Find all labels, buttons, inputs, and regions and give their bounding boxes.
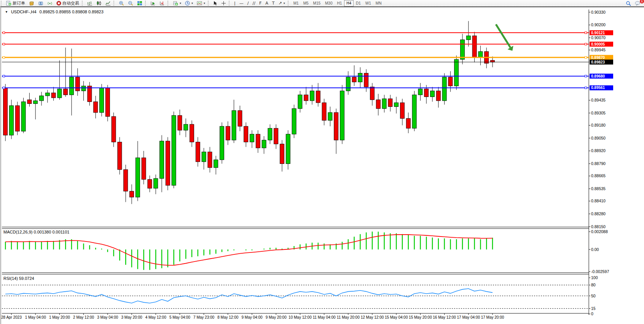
toolbar-grip[interactable]: [167, 1, 170, 6]
bear-candle: [448, 77, 453, 86]
svg-text:0.90121: 0.90121: [591, 31, 605, 35]
bar-chart-button[interactable]: [85, 0, 94, 6]
svg-text:0.88920: 0.88920: [591, 148, 606, 153]
symbol-dropdown-icon[interactable]: ▼: [5, 10, 8, 14]
vertical-line-tool-button[interactable]: |: [232, 0, 238, 6]
toolbar-grip[interactable]: [145, 1, 148, 6]
fibonacci-tool-button[interactable]: F: [257, 0, 263, 6]
zoom-in-button[interactable]: [117, 0, 126, 6]
horizontal-line-tool-button[interactable]: —: [238, 0, 245, 6]
indicators-button[interactable]: ▾: [171, 0, 183, 6]
toolbar-grip[interactable]: [1, 1, 3, 6]
terminal-app: 新订单 自动交易: [0, 0, 644, 324]
chart-shift-button[interactable]: [158, 0, 167, 6]
horizontal-lines-layer: 0.901210.900050.898700.898230.896800.895…: [2, 30, 613, 91]
bear-candle: [178, 116, 182, 130]
toolbar-grip[interactable]: [113, 1, 116, 6]
timeframe-m15-button[interactable]: M15: [311, 0, 323, 6]
auto-scroll-icon: [150, 1, 156, 6]
timeframe-h1-button[interactable]: H1: [335, 0, 344, 6]
line-handle[interactable]: [585, 57, 587, 59]
bear-candle: [424, 89, 429, 97]
bear-candle: [256, 134, 260, 148]
line-handle[interactable]: [3, 43, 5, 45]
svg-text:0.89870: 0.89870: [591, 56, 605, 60]
svg-text:7 May 23:00: 7 May 23:00: [193, 315, 214, 319]
shapes-tool-button[interactable]: ↗▾: [277, 0, 287, 6]
bull-candle: [358, 73, 362, 82]
bear-candle: [130, 191, 134, 197]
zoom-out-button[interactable]: [126, 0, 135, 6]
toolbar-grip[interactable]: [82, 1, 84, 6]
bear-candle: [105, 88, 110, 116]
bull-candle: [340, 91, 344, 140]
chart-shift-icon: [159, 1, 165, 6]
svg-text:2 May 12:00: 2 May 12:00: [73, 315, 94, 319]
bull-candle: [430, 91, 435, 97]
bear-candle: [208, 152, 212, 167]
line-chart-button[interactable]: [104, 0, 113, 6]
bear-candle: [88, 86, 92, 102]
toolbar-grip[interactable]: [229, 1, 231, 6]
candlestick-chart-button[interactable]: [94, 0, 104, 6]
text-tool-button[interactable]: A: [263, 0, 270, 6]
line-handle[interactable]: [3, 87, 5, 89]
bull-candle: [40, 96, 44, 101]
svg-text:0.88790: 0.88790: [591, 161, 606, 166]
timeframe-m1-button[interactable]: M1: [291, 0, 301, 6]
text-label-tool-button[interactable]: T: [270, 0, 277, 6]
line-handle[interactable]: [585, 75, 587, 77]
auto-scroll-button[interactable]: [148, 0, 158, 6]
bull-candle: [135, 158, 140, 197]
bull-candle: [478, 51, 483, 57]
template-icon: [197, 1, 202, 6]
timeframe-d1-button[interactable]: D1: [354, 0, 363, 6]
styler-button[interactable]: [27, 0, 36, 6]
chart-title: ▼ USDCHF-,H4 0.89825 0.89855 0.89808 0.8…: [5, 10, 104, 14]
timeframe-mn-button[interactable]: MN: [373, 0, 384, 6]
timeframe-h4-button[interactable]: H4: [344, 0, 354, 6]
macd-panel: 0.0020880.00-0.002597: [5, 229, 609, 274]
crosshair-tool-button[interactable]: [219, 0, 228, 6]
search-icon: [626, 1, 631, 6]
line-handle[interactable]: [585, 87, 587, 89]
templates-button[interactable]: ▾: [195, 0, 207, 6]
svg-text:15: 15: [591, 306, 596, 311]
chart-canvas[interactable]: 0.901210.900050.898700.898230.896800.895…: [1, 7, 644, 324]
svg-text:1 May 04:00: 1 May 04:00: [25, 315, 46, 319]
expert-advisors-button[interactable]: [36, 0, 45, 6]
new-order-button[interactable]: 新订单: [4, 0, 27, 6]
bear-candle: [400, 103, 405, 118]
bear-candle: [118, 142, 122, 170]
bull-candle: [310, 91, 314, 101]
svg-text:4 May 12:00: 4 May 12:00: [145, 315, 166, 319]
zoom-in-icon: [119, 1, 124, 6]
timeframe-m5-button[interactable]: M5: [301, 0, 311, 6]
periods-button[interactable]: ▾: [183, 0, 195, 6]
expert-advisor-icon: [38, 1, 43, 6]
svg-text:0: 0: [591, 311, 593, 316]
dropdown-caret-icon: ▾: [284, 2, 285, 5]
timeframe-w1-button[interactable]: W1: [363, 0, 373, 6]
text-label-icon: T: [272, 0, 275, 6]
line-handle[interactable]: [585, 43, 587, 45]
timeframe-m30-button[interactable]: M30: [323, 0, 335, 6]
channel-tool-button[interactable]: //: [250, 0, 257, 6]
rsi-panel: 1008050150: [2, 275, 598, 316]
bull-candle: [382, 99, 386, 109]
toolbar-grip[interactable]: [288, 1, 290, 6]
notifications-button[interactable]: 1: [633, 0, 642, 6]
trendline-tool-button[interactable]: /: [245, 0, 251, 6]
svg-text:12 May 12:00: 12 May 12:00: [361, 315, 384, 319]
line-handle[interactable]: [585, 32, 587, 34]
annotation-arrow[interactable]: [496, 24, 513, 51]
line-handle[interactable]: [3, 32, 5, 34]
line-handle[interactable]: [3, 75, 5, 77]
cursor-tool-button[interactable]: [211, 0, 219, 6]
search-button[interactable]: [624, 0, 633, 6]
tile-windows-button[interactable]: [135, 0, 144, 6]
line-handle[interactable]: [3, 57, 5, 59]
toolbar-grip[interactable]: [208, 1, 210, 6]
signals-button[interactable]: [45, 0, 54, 6]
auto-trading-button[interactable]: 自动交易: [54, 0, 81, 6]
